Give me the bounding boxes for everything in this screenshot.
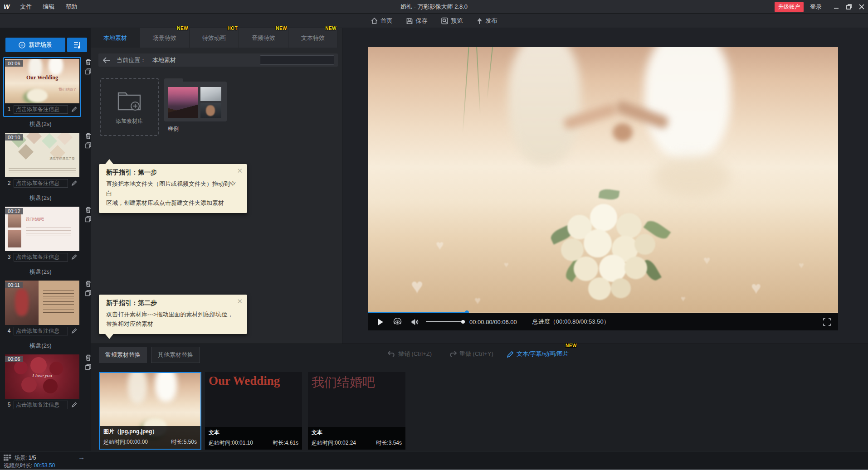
scene-item-5[interactable]: I love you 00:06 5 点击添加备注信息	[3, 353, 81, 412]
transition-label-4[interactable]: 棋盘(2s)	[0, 342, 81, 350]
new-badge: NEW	[566, 343, 577, 348]
slot-duration: 时长:4.61s	[273, 439, 298, 447]
storyboard-grid-icon[interactable]	[4, 455, 11, 461]
volume-slider[interactable]	[426, 321, 463, 322]
back-arrow-icon[interactable]	[103, 57, 110, 63]
scene-4-thumbnail[interactable]: 00:11	[5, 281, 79, 325]
material-slot-text-2[interactable]: 我们结婚吧 文本 起始时间:00:02.24 时长:3.54s	[308, 372, 405, 450]
scene-4-note-input[interactable]: 点击添加备注信息	[14, 327, 68, 335]
edit-note-icon[interactable]	[71, 254, 78, 260]
material-slot-image[interactable]: 图片（jpg,png,jpeg） 起始时间:00:00.00 时长:5.50s	[99, 372, 201, 450]
scene-item-1[interactable]: Our Wedding 我们结婚了 00:06 1 点击添加备注信息	[3, 57, 81, 117]
material-slot-text-1[interactable]: Our Wedding 文本 起始时间:00:01.10 时长:4.61s	[205, 372, 302, 450]
tab-scene-effects[interactable]: 场景特效NEW	[140, 28, 190, 48]
tab-other-replacement[interactable]: 其他素材替换	[151, 347, 200, 363]
volume-handle[interactable]	[461, 320, 465, 324]
new-badge: NEW	[177, 26, 188, 31]
publish-button[interactable]: 发布	[477, 17, 497, 25]
scene-2-note-input[interactable]: 点击添加备注信息	[14, 179, 68, 188]
scene-1-thumbnail[interactable]: Our Wedding 我们结婚了 00:06	[5, 59, 79, 103]
scene-manager-button[interactable]	[67, 38, 87, 52]
scene-2-caption: 遇见了你遇见了爱	[49, 156, 75, 161]
scene-item-4[interactable]: 00:11 4 点击添加备注信息	[3, 279, 81, 339]
hot-badge: HOT	[227, 26, 238, 31]
menu-edit[interactable]: 编辑	[43, 3, 54, 11]
scene-1-note-input[interactable]: 点击添加备注信息	[14, 105, 68, 114]
tab-effect-animation[interactable]: 特效动画HOT	[190, 28, 239, 48]
edit-note-icon[interactable]	[71, 180, 78, 186]
scene-2-number: 2	[7, 180, 11, 186]
materials-panel: 本地素材 场景特效NEW 特效动画HOT 音频特效NEW 文本特效NEW 当前位…	[91, 28, 342, 344]
loop-preview-icon[interactable]	[393, 318, 402, 326]
upgrade-account-button[interactable]: 升级账户	[775, 2, 804, 12]
volume-icon[interactable]	[411, 319, 419, 325]
scene-5-thumbnail[interactable]: I love you 00:06	[5, 354, 79, 399]
scene-1-duration-badge: 00:06	[5, 60, 23, 67]
scene-3-note-input[interactable]: 点击添加备注信息	[14, 253, 68, 262]
transition-label-2[interactable]: 棋盘(2s)	[0, 194, 81, 202]
window-title: 婚礼 - 万彩影像大师 2.8.0	[400, 3, 468, 11]
total-duration-value: 00:53.50	[34, 462, 55, 469]
tip2-line1: 双击打开素材库--->拖动里面的素材到底部坑位，	[106, 310, 240, 319]
video-canvas: ♥ ♥ ♥ ♥ ♥ ♥ ♥ ♥	[368, 47, 838, 313]
new-badge: NEW	[276, 26, 287, 31]
scene-item-2[interactable]: 遇见了你遇见了爱 00:10 2 点击添加备注信息	[3, 131, 81, 191]
minimize-button[interactable]	[830, 0, 843, 14]
home-button[interactable]: 首页	[371, 17, 393, 25]
plus-circle-icon	[19, 42, 25, 48]
scene-2-thumbnail[interactable]: 遇见了你遇见了爱 00:10	[5, 133, 79, 177]
scene-5-duration-badge: 00:06	[5, 356, 23, 362]
scene-5-number: 5	[7, 402, 11, 408]
menu-help[interactable]: 帮助	[65, 3, 77, 11]
scene-list: Our Wedding 我们结婚了 00:06 1 点击添加备注信息 棋盘(2s…	[0, 57, 91, 412]
scene-3-number: 3	[7, 254, 11, 260]
text-subtitle-animation-image-button[interactable]: 文本/字幕/动画/图片 NEW	[507, 344, 569, 364]
redo-button[interactable]: 重做 (Ctrl+Y)	[449, 344, 493, 364]
sample-image-2	[200, 103, 221, 118]
next-scene-arrow-icon[interactable]: →	[78, 453, 85, 461]
slot-type-label: 文本	[312, 429, 402, 436]
scene-3-thumbnail[interactable]: 我们结婚吧 00:12	[5, 207, 79, 251]
slot-start-time: 起始时间:00:02.24	[312, 439, 356, 447]
scene-time-display: 00:00.80/00:06.00	[469, 319, 517, 325]
save-button[interactable]: 保存	[406, 17, 428, 25]
scene-1-number: 1	[7, 106, 11, 112]
preview-button[interactable]: 预览	[441, 17, 463, 25]
transition-label-1[interactable]: 棋盘(2s)	[0, 120, 81, 128]
close-icon[interactable]: ✕	[237, 297, 243, 305]
add-material-library-dropzone[interactable]: 添加素材库	[100, 78, 159, 136]
tab-local-materials[interactable]: 本地素材	[91, 28, 140, 48]
scene-5-note-input[interactable]: 点击添加备注信息	[14, 401, 68, 409]
edit-note-icon[interactable]	[71, 402, 78, 408]
login-button[interactable]: 登录	[810, 3, 822, 11]
tab-audio-effects[interactable]: 音频特效NEW	[239, 28, 288, 48]
menu-file[interactable]: 文件	[20, 3, 32, 11]
scene-3-duration-badge: 00:12	[5, 208, 23, 214]
app-window: W 文件 编辑 帮助 婚礼 - 万彩影像大师 2.8.0 升级账户 登录 首页 …	[0, 0, 868, 470]
search-input[interactable]	[260, 57, 334, 63]
new-scene-button[interactable]: 新建场景	[5, 38, 65, 52]
slot-type-label: 图片（jpg,png,jpeg）	[103, 428, 197, 436]
transition-label-3[interactable]: 棋盘(2s)	[0, 268, 81, 276]
tab-text-effects[interactable]: 文本特效NEW	[288, 28, 338, 48]
close-button[interactable]	[855, 0, 868, 14]
fullscreen-icon[interactable]	[823, 318, 831, 326]
close-icon[interactable]: ✕	[237, 167, 243, 175]
edit-note-icon[interactable]	[71, 328, 78, 334]
play-button[interactable]	[378, 319, 384, 325]
undo-button[interactable]: 撤销 (Ctrl+Z)	[388, 344, 432, 364]
edit-note-icon[interactable]	[71, 106, 78, 112]
location-label: 当前位置：	[117, 56, 146, 64]
restore-button[interactable]	[843, 0, 855, 14]
guide-tip-step2: ✕ 新手指引：第二步 双击打开素材库--->拖动里面的素材到底部坑位， 替换相对…	[99, 295, 247, 334]
scene-item-3[interactable]: 我们结婚吧 00:12 3 点击添加备注信息	[3, 205, 81, 265]
scene-counter: 场景: 1/5	[15, 454, 36, 462]
sample-folder[interactable]	[164, 82, 227, 121]
search-box[interactable]	[260, 55, 334, 65]
materials-tab-bar: 本地素材 场景特效NEW 特效动画HOT 音频特效NEW 文本特效NEW	[91, 28, 338, 48]
undo-icon	[388, 351, 395, 357]
total-duration: 视频总时长: 00:53.50	[4, 462, 55, 470]
scene-3-caption: 我们结婚吧	[26, 217, 44, 222]
tab-regular-replacement[interactable]: 常规素材替换	[99, 347, 147, 363]
publish-icon	[477, 18, 483, 24]
